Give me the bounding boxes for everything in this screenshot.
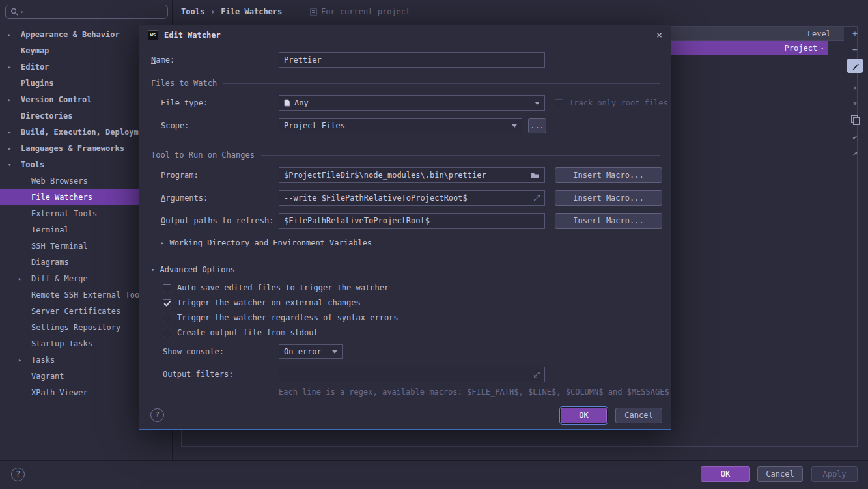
- minus-icon: −: [852, 45, 858, 55]
- show-console-select[interactable]: On error: [279, 344, 343, 359]
- move-down-button[interactable]: ▼: [847, 96, 863, 111]
- chevron-right-icon: ▸: [161, 240, 164, 246]
- scope-select[interactable]: Project Files: [279, 118, 522, 133]
- arrow-up-icon: ▲: [853, 84, 856, 91]
- advanced-options-toggle[interactable]: ▾ Advanced Options: [151, 264, 660, 275]
- trigger-external-changes-checkbox[interactable]: Trigger the watcher on external changes: [163, 296, 361, 310]
- checkbox-label: Trigger the watcher regardless of syntax…: [177, 313, 399, 322]
- sidebar-item-label: External Tools: [31, 209, 97, 218]
- file-type-value: Any: [294, 98, 531, 107]
- sidebar-item-label: File Watchers: [31, 193, 92, 202]
- help-button[interactable]: ?: [11, 468, 25, 481]
- import-watchers-button[interactable]: ↙: [847, 129, 863, 143]
- sidebar-item-label: SSH Terminal: [31, 242, 88, 251]
- toggle-label: Advanced Options: [160, 265, 235, 274]
- checkbox-label: Trigger the watcher on external changes: [177, 298, 361, 307]
- output-paths-input[interactable]: $FilePathRelativeToProjectRoot$: [279, 213, 545, 229]
- trigger-regardless-syntax-checkbox[interactable]: Trigger the watcher regardless of syntax…: [163, 311, 399, 325]
- close-icon[interactable]: ×: [656, 29, 662, 41]
- arguments-insert-macro-button[interactable]: Insert Macro...: [555, 190, 662, 206]
- program-value: $ProjectFileDir$\node_modules\.bin\prett…: [284, 171, 527, 180]
- section-rule: [261, 155, 660, 156]
- output-filters-hint: Each line is a regex, available macros: …: [279, 387, 669, 397]
- folder-icon[interactable]: [531, 172, 540, 179]
- checkbox-icon: [163, 329, 171, 337]
- export-watchers-button[interactable]: ↗: [847, 145, 863, 160]
- webstorm-logo: WS: [148, 30, 158, 40]
- section-rule: [240, 270, 660, 270]
- sidebar-item-label: Server Certificates: [31, 307, 120, 316]
- column-header-level[interactable]: Level: [807, 29, 831, 38]
- dialog-titlebar[interactable]: WS Edit Watcher ×: [139, 25, 671, 45]
- sidebar-item-label: Languages & Frameworks: [21, 144, 124, 153]
- breadcrumb-tools[interactable]: Tools: [181, 7, 204, 16]
- sidebar-item-label: Editor: [21, 63, 49, 72]
- sidebar-item-label: XPath Viewer: [31, 388, 88, 397]
- copy-icon: [851, 115, 859, 124]
- program-input[interactable]: $ProjectFileDir$\node_modules\.bin\prett…: [279, 167, 545, 183]
- chevron-down-icon: [535, 102, 540, 105]
- sidebar-item-label: Appearance & Behavior: [21, 30, 120, 39]
- dialog-cancel-button[interactable]: Cancel: [615, 408, 662, 423]
- dialog-ok-button[interactable]: OK: [561, 408, 607, 423]
- scope-value: Project Files: [284, 121, 508, 130]
- watcher-level-value[interactable]: Project: [785, 44, 818, 53]
- breadcrumb-file-watchers[interactable]: File Watchers: [221, 7, 282, 16]
- dialog-title: Edit Watcher: [164, 31, 221, 40]
- copy-watcher-button[interactable]: [847, 113, 863, 127]
- show-console-value: On error: [284, 347, 328, 356]
- output-paths-insert-macro-button[interactable]: Insert Macro...: [555, 213, 662, 229]
- settings-apply-button[interactable]: Apply: [811, 466, 858, 482]
- toggle-label: Working Directory and Environment Variab…: [169, 238, 372, 247]
- settings-ok-button[interactable]: OK: [701, 466, 750, 482]
- sidebar-item-label: Plugins: [21, 79, 54, 88]
- files-to-watch-section: Files to Watch: [151, 78, 660, 89]
- name-input[interactable]: Prettier: [279, 52, 545, 68]
- checkbox-checked-icon: [163, 299, 171, 307]
- expand-field-icon[interactable]: ⤢: [533, 370, 540, 379]
- sidebar-item-label: Diagrams: [31, 258, 69, 267]
- section-rule: [223, 83, 660, 84]
- add-watcher-button[interactable]: +: [847, 26, 863, 40]
- edit-watcher-button[interactable]: [847, 59, 863, 73]
- settings-search[interactable]: ▾: [5, 5, 168, 19]
- footer-divider: [0, 460, 868, 461]
- section-title: Files to Watch: [151, 79, 217, 88]
- chevron-right-icon: ▸: [18, 357, 31, 363]
- arguments-value: --write $FilePathRelativeToProjectRoot$: [284, 193, 529, 203]
- file-type-label: File type:: [161, 95, 208, 111]
- sidebar-item-label: Tools: [21, 160, 44, 169]
- track-only-root-checkbox[interactable]: Track only root files: [555, 96, 668, 110]
- chevron-right-icon: ▸: [8, 64, 21, 70]
- import-icon: ↙: [852, 132, 858, 141]
- sidebar-item-label: Version Control: [21, 95, 91, 104]
- output-filters-input[interactable]: ⤢: [279, 367, 545, 382]
- output-filters-label: Output filters:: [163, 367, 233, 382]
- project-scope-note: For current project: [310, 0, 410, 23]
- chevron-down-icon: ▾: [820, 46, 824, 51]
- chevron-right-icon: ▸: [8, 129, 21, 135]
- project-scope-note-text: For current project: [321, 7, 410, 16]
- arguments-input[interactable]: --write $FilePathRelativeToProjectRoot$ …: [279, 190, 545, 206]
- breadcrumb: Tools › File Watchers: [181, 0, 282, 23]
- remove-watcher-button[interactable]: −: [847, 42, 863, 57]
- working-directory-toggle[interactable]: ▸ Working Directory and Environment Vari…: [161, 236, 372, 249]
- settings-search-input[interactable]: [25, 7, 163, 16]
- arguments-label: Arguments:: [161, 190, 208, 206]
- chevron-right-icon: ▸: [8, 96, 21, 103]
- search-history-caret-icon: ▾: [20, 9, 23, 15]
- scope-browse-button[interactable]: ...: [528, 118, 546, 133]
- dialog-help-button[interactable]: ?: [150, 408, 164, 422]
- settings-cancel-button[interactable]: Cancel: [757, 466, 803, 482]
- show-console-label: Show console:: [163, 344, 224, 359]
- file-type-select[interactable]: Any: [279, 95, 545, 111]
- checkbox-icon: [163, 314, 171, 322]
- output-paths-value: $FilePathRelativeToProjectRoot$: [284, 216, 540, 225]
- expand-field-icon[interactable]: ⤢: [533, 193, 540, 203]
- sidebar-item-label: Directories: [21, 111, 72, 120]
- create-output-stdout-checkbox[interactable]: Create output file from stdout: [163, 326, 318, 340]
- auto-save-checkbox[interactable]: Auto-save edited files to trigger the wa…: [163, 281, 389, 295]
- move-up-button[interactable]: ▲: [847, 80, 863, 94]
- program-insert-macro-button[interactable]: Insert Macro...: [555, 167, 662, 183]
- checkbox-label: Auto-save edited files to trigger the wa…: [177, 283, 389, 292]
